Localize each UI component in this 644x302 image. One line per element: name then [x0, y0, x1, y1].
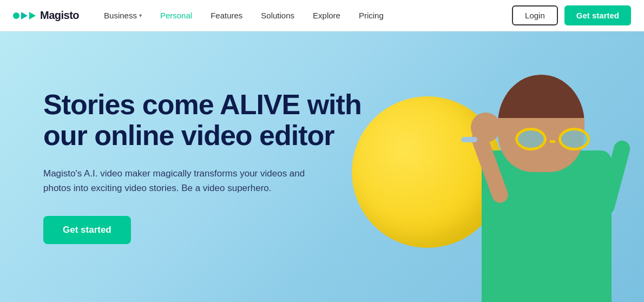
get-started-hero-button[interactable]: Get started [43, 216, 131, 244]
hero-description: Magisto's A.I. video maker magically tra… [43, 166, 325, 195]
glass-bridge [550, 140, 555, 143]
logo[interactable]: Magisto [13, 9, 79, 22]
nav-link-personal[interactable]: Personal [153, 6, 200, 24]
nav-link-pricing[interactable]: Pricing [351, 6, 391, 24]
logo-icon [13, 12, 36, 19]
sunglasses-illustration [515, 128, 590, 150]
hero-title: Stories come ALIVE with our online video… [43, 89, 368, 151]
glass-left [515, 128, 547, 150]
nav-link-business[interactable]: Business ▾ [96, 6, 149, 24]
chevron-down-icon: ▾ [139, 12, 142, 18]
bracelet-illustration [461, 137, 477, 142]
nav-link-explore[interactable]: Explore [305, 6, 348, 24]
nav-link-solutions[interactable]: Solutions [253, 6, 302, 24]
glass-right [558, 128, 590, 150]
navbar: Magisto Business ▾ Personal Features Sol… [0, 0, 644, 31]
get-started-nav-button[interactable]: Get started [564, 5, 631, 25]
child-head-illustration [498, 75, 584, 172]
hero-section: Stories come ALIVE with our online video… [0, 31, 644, 302]
hero-content: Stories come ALIVE with our online video… [0, 89, 368, 245]
logo-play-green [29, 12, 36, 19]
logo-play-teal [21, 12, 28, 19]
hero-image [341, 31, 644, 302]
login-button[interactable]: Login [512, 5, 558, 25]
logo-dot [13, 12, 19, 19]
nav-link-features[interactable]: Features [203, 6, 250, 24]
child-hair-illustration [498, 75, 584, 118]
child-body-illustration [482, 150, 612, 302]
nav-actions: Login Get started [512, 5, 631, 25]
logo-text: Magisto [40, 9, 79, 22]
nav-links: Business ▾ Personal Features Solutions E… [96, 6, 512, 24]
